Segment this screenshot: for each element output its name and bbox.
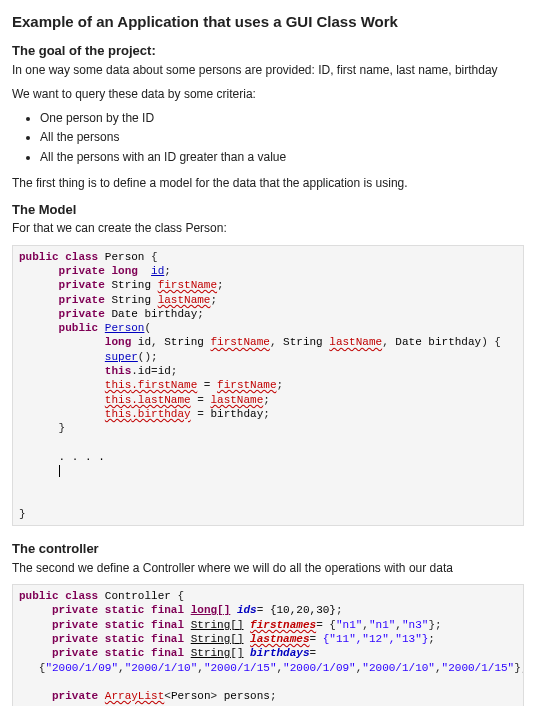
- param: firstName: [210, 336, 269, 348]
- array-literal: {10,20,30}: [270, 604, 336, 616]
- type: String: [111, 294, 151, 306]
- keyword: public: [59, 322, 99, 334]
- keyword: class: [65, 251, 98, 263]
- goal-text: In one way some data about some persons …: [12, 62, 524, 78]
- list-item: All the persons with an ID greater than …: [40, 149, 524, 165]
- str: "2000/1/09": [45, 662, 118, 674]
- keyword: this: [105, 408, 131, 420]
- type: String: [111, 279, 151, 291]
- ref: firstName: [138, 379, 197, 391]
- keyword: private: [52, 604, 98, 616]
- field-id: id: [151, 265, 164, 277]
- keyword: final: [151, 619, 184, 631]
- ref: birthday: [210, 408, 263, 420]
- str: "2000/1/10": [362, 662, 435, 674]
- keyword: private: [59, 279, 105, 291]
- keyword: private: [59, 265, 105, 277]
- keyword: final: [151, 633, 184, 645]
- ref: id: [138, 365, 151, 377]
- type: String[]: [191, 647, 244, 659]
- keyword: this: [105, 394, 131, 406]
- param: birthday: [428, 336, 481, 348]
- code-block-person: public class Person { private long id; p…: [12, 245, 524, 527]
- controller-text: The second we define a Controller where …: [12, 560, 524, 576]
- str: "n1": [336, 619, 362, 631]
- keyword: this: [105, 379, 131, 391]
- type: Date: [111, 308, 137, 320]
- keyword: static: [105, 647, 145, 659]
- goal-heading: The goal of the project:: [12, 42, 524, 60]
- param: id: [138, 336, 151, 348]
- call-super: super: [105, 351, 138, 363]
- type: String: [164, 336, 204, 348]
- criteria-list: One person by the ID All the persons All…: [12, 110, 524, 165]
- first-thing-text: The first thing is to define a model for…: [12, 175, 524, 191]
- str: "2000/1/09": [283, 662, 356, 674]
- type: String[]: [191, 619, 244, 631]
- type: Person: [171, 690, 211, 702]
- keyword: public: [19, 251, 59, 263]
- field-birthday: birthday: [144, 308, 197, 320]
- type: String[]: [191, 633, 244, 645]
- str: "n3": [402, 619, 428, 631]
- keyword: private: [52, 619, 98, 631]
- constructor: Person: [105, 322, 145, 334]
- keyword: long: [105, 336, 131, 348]
- type: Date: [395, 336, 421, 348]
- field-firstnames: firstnames: [250, 619, 316, 631]
- type: Person: [105, 251, 145, 263]
- ref: id: [158, 365, 171, 377]
- field-firstname: firstName: [158, 279, 217, 291]
- str: "2000/1/10": [125, 662, 198, 674]
- type: String: [283, 336, 323, 348]
- keyword: final: [151, 647, 184, 659]
- text-cursor: [59, 465, 67, 477]
- keyword: private: [59, 294, 105, 306]
- ellipsis: . . . .: [59, 451, 105, 463]
- type: ArrayList: [105, 690, 164, 702]
- ref: lastName: [210, 394, 263, 406]
- field-lastname: lastName: [158, 294, 211, 306]
- keyword: private: [59, 308, 105, 320]
- criteria-intro: We want to query these data by some crit…: [12, 86, 524, 102]
- code-block-controller: public class Controller { private static…: [12, 584, 524, 706]
- keyword: final: [151, 604, 184, 616]
- model-heading: The Model: [12, 201, 524, 219]
- keyword: private: [52, 690, 98, 702]
- field-lastnames: lastnames: [250, 633, 309, 645]
- type: long[]: [191, 604, 231, 616]
- page-title: Example of an Application that uses a GU…: [12, 12, 524, 32]
- ref: firstName: [217, 379, 276, 391]
- keyword: long: [111, 265, 137, 277]
- keyword: static: [105, 633, 145, 645]
- keyword: public: [19, 590, 59, 602]
- controller-heading: The controller: [12, 540, 524, 558]
- keyword: this: [105, 365, 131, 377]
- ref: lastName: [138, 394, 191, 406]
- keyword: class: [65, 590, 98, 602]
- type: Controller: [105, 590, 171, 602]
- array-literal: {"11","12","13"}: [323, 633, 429, 645]
- str: "2000/1/15": [204, 662, 277, 674]
- keyword: static: [105, 604, 145, 616]
- ref: birthday: [138, 408, 191, 420]
- keyword: private: [52, 633, 98, 645]
- keyword: static: [105, 619, 145, 631]
- field-ids: ids: [237, 604, 257, 616]
- list-item: One person by the ID: [40, 110, 524, 126]
- model-text: For that we can create the class Person:: [12, 220, 524, 236]
- param: lastName: [329, 336, 382, 348]
- str: "2000/1/15": [442, 662, 515, 674]
- field-persons: persons: [224, 690, 270, 702]
- field-birthdays: birthdays: [250, 647, 309, 659]
- keyword: private: [52, 647, 98, 659]
- list-item: All the persons: [40, 129, 524, 145]
- str: "n1": [369, 619, 395, 631]
